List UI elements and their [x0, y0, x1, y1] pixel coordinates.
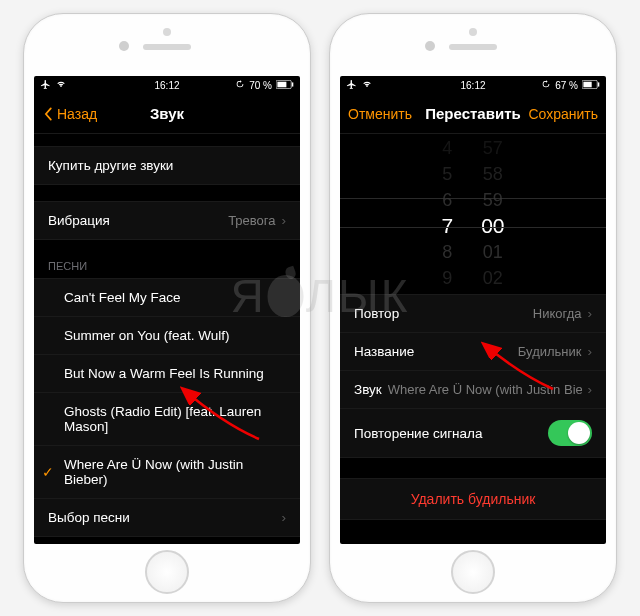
- chevron-right-icon: ›: [282, 510, 287, 525]
- cancel-button[interactable]: Отменить: [348, 94, 412, 133]
- name-row[interactable]: Название Будильник ›: [340, 333, 606, 371]
- battery-percent: 67 %: [555, 80, 578, 91]
- chevron-right-icon: ›: [588, 344, 593, 359]
- minute-column[interactable]: 57 58 59 00 01 02: [467, 138, 518, 288]
- screen-sound: 16:12 70 % Назад Звук Купить другие: [34, 76, 300, 544]
- phone-left: 16:12 70 % Назад Звук Купить другие: [23, 13, 311, 603]
- check-icon: ✓: [42, 464, 54, 480]
- song-row[interactable]: Ghosts (Radio Edit) [feat. Lauren Mason]: [34, 393, 300, 446]
- navbar: Отменить Переставить Сохранить: [340, 94, 606, 134]
- status-time: 16:12: [154, 80, 179, 91]
- snooze-toggle[interactable]: [548, 420, 592, 446]
- airplane-icon: [346, 79, 357, 92]
- page-title: Переставить: [425, 105, 520, 122]
- wifi-icon: [55, 79, 67, 91]
- svg-rect-2: [292, 82, 293, 86]
- status-bar: 16:12 67 %: [340, 76, 606, 94]
- chevron-right-icon: ›: [588, 306, 593, 321]
- song-row[interactable]: Can't Feel My Face: [34, 278, 300, 317]
- sound-row[interactable]: Звук Where Are Ü Now (with Justin Bieb… …: [340, 371, 606, 409]
- songs-header: ПЕСНИ: [34, 256, 300, 278]
- buy-sounds-row[interactable]: Купить другие звуки: [34, 146, 300, 185]
- chevron-right-icon: ›: [588, 382, 593, 397]
- vibration-row[interactable]: Вибрация Тревога ›: [34, 201, 300, 240]
- chevron-right-icon: ›: [282, 213, 287, 228]
- battery-percent: 70 %: [249, 80, 272, 91]
- home-button[interactable]: [451, 550, 495, 594]
- orientation-lock-icon: [235, 79, 245, 91]
- status-bar: 16:12 70 %: [34, 76, 300, 94]
- home-button[interactable]: [145, 550, 189, 594]
- save-button[interactable]: Сохранить: [528, 94, 598, 133]
- song-row[interactable]: But Now a Warm Feel Is Running: [34, 355, 300, 393]
- page-title: Звук: [150, 105, 184, 122]
- repeat-row[interactable]: Повтор Никогда ›: [340, 294, 606, 333]
- battery-icon: [276, 80, 294, 91]
- battery-icon: [582, 80, 600, 91]
- pick-song-row[interactable]: Выбор песни ›: [34, 499, 300, 537]
- svg-rect-5: [598, 82, 599, 86]
- time-picker[interactable]: 4 5 6 7 8 9 57 58 59 00 01 02: [340, 138, 606, 288]
- orientation-lock-icon: [541, 79, 551, 91]
- wifi-icon: [361, 79, 373, 91]
- snooze-row: Повторение сигнала: [340, 409, 606, 458]
- status-time: 16:12: [460, 80, 485, 91]
- song-row[interactable]: Summer on You (feat. Wulf): [34, 317, 300, 355]
- airplane-icon: [40, 79, 51, 92]
- song-row-selected[interactable]: ✓ Where Are Ü Now (with Justin Bieber): [34, 446, 300, 499]
- phone-right: 16:12 67 % Отменить Переставить Сохранит…: [329, 13, 617, 603]
- svg-rect-1: [277, 81, 286, 87]
- delete-alarm-button[interactable]: Удалить будильник: [340, 478, 606, 520]
- navbar: Назад Звук: [34, 94, 300, 134]
- hour-column[interactable]: 4 5 6 7 8 9: [427, 138, 467, 288]
- svg-rect-4: [583, 81, 591, 87]
- screen-alarm-edit: 16:12 67 % Отменить Переставить Сохранит…: [340, 76, 606, 544]
- back-button[interactable]: Назад: [42, 94, 97, 133]
